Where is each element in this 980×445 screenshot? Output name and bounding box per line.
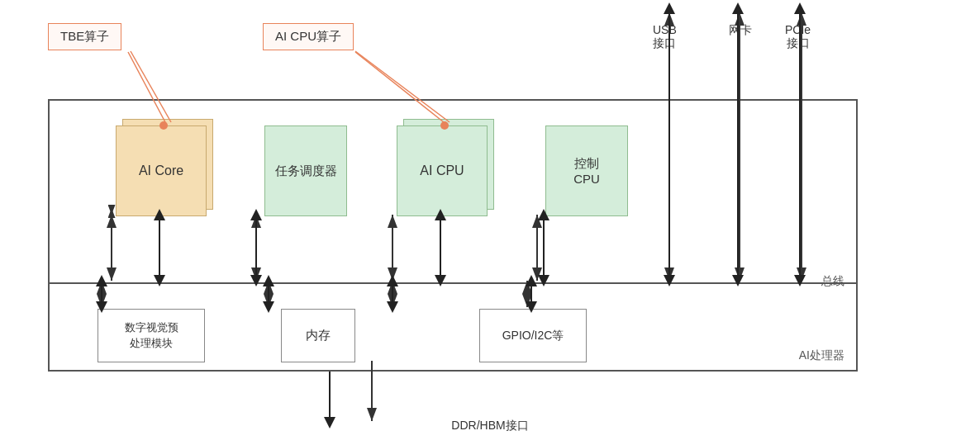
ai-core-front-card: AI Core bbox=[116, 125, 207, 216]
task-scheduler-text: 任务调度器 bbox=[275, 163, 337, 179]
tbe-label: TBE算子 bbox=[60, 29, 109, 43]
memory-component: 内存 bbox=[281, 309, 355, 362]
digit-vision-component: 数字视觉预处理模块 bbox=[98, 309, 205, 362]
gpio-component: GPIO/I2C等 bbox=[479, 309, 587, 362]
digit-vision-text: 数字视觉预处理模块 bbox=[125, 320, 178, 350]
bus-line bbox=[50, 282, 856, 284]
usb-label: USB接口 bbox=[653, 23, 677, 51]
task-scheduler-component: 任务调度器 bbox=[264, 125, 347, 216]
processor-label: AI处理器 bbox=[799, 348, 844, 363]
ddr-label: DDR/HBM接口 bbox=[451, 419, 528, 433]
control-cpu-text: 控制CPU bbox=[573, 156, 600, 186]
memory-text: 内存 bbox=[306, 328, 331, 343]
nic-label: 网卡 bbox=[729, 23, 752, 38]
ai-cpu-text: AI CPU bbox=[420, 163, 464, 178]
ai-core-dot bbox=[159, 121, 168, 130]
ai-core-text: AI Core bbox=[139, 163, 183, 178]
callout-aicpu: AI CPU算子 bbox=[263, 23, 354, 50]
callout-tbe: TBE算子 bbox=[48, 23, 121, 50]
bus-label: 总线 bbox=[821, 274, 844, 289]
ai-cpu-front-card: AI CPU bbox=[397, 125, 488, 216]
diagram-container: TBE算子 AI CPU算子 USB接口 网卡 PCIe接口 总线 AI处理器 … bbox=[0, 0, 980, 445]
processor-box: 总线 AI处理器 AI Core 任务调度器 AI CPU 控制CP bbox=[48, 99, 858, 372]
control-cpu-component: 控制CPU bbox=[545, 125, 628, 216]
gpio-text: GPIO/I2C等 bbox=[502, 329, 564, 343]
ai-cpu-dot bbox=[440, 121, 449, 130]
pcie-label: PCIe接口 bbox=[785, 23, 811, 51]
aicpu-label: AI CPU算子 bbox=[275, 29, 341, 43]
